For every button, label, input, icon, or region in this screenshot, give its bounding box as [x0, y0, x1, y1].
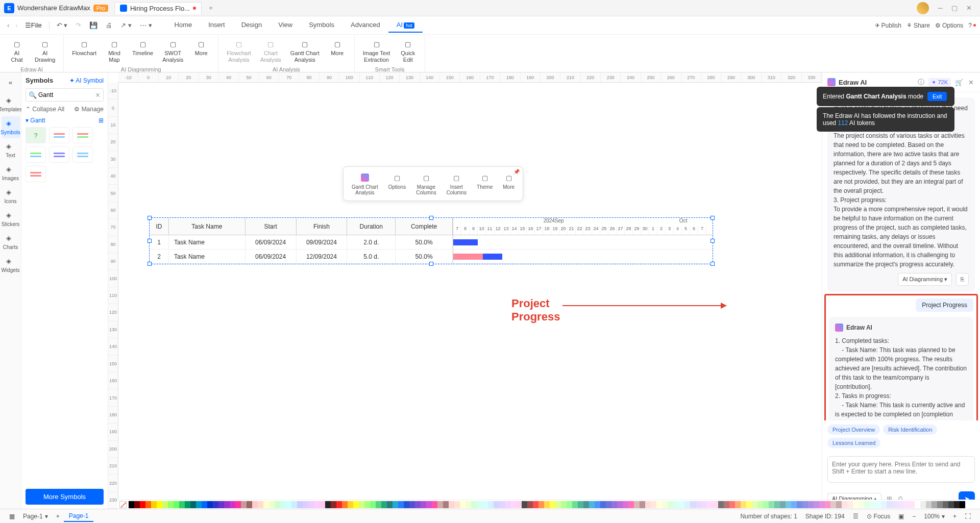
file-menu[interactable]: ☰ File	[21, 19, 46, 31]
color-swatch[interactable]	[864, 501, 870, 508]
color-swatch[interactable]	[353, 501, 359, 508]
layers-icon[interactable]: ☰	[849, 513, 863, 520]
color-swatch[interactable]	[207, 501, 213, 508]
color-swatch[interactable]	[550, 501, 555, 508]
color-swatch[interactable]	[538, 501, 544, 508]
manage-button[interactable]: ⚙ Manage	[74, 106, 104, 113]
color-swatch[interactable]	[960, 501, 965, 508]
gantt-shape[interactable]: IDTask NameStartFinishDurationComplete 1…	[149, 217, 713, 264]
color-swatch[interactable]	[280, 501, 286, 508]
document-tab[interactable]: Hiring Process Flo...	[114, 2, 202, 14]
color-swatch[interactable]	[763, 501, 769, 508]
color-swatch[interactable]	[465, 501, 471, 508]
color-swatch[interactable]	[769, 501, 774, 508]
color-swatch[interactable]	[443, 501, 449, 508]
color-swatch[interactable]	[903, 501, 909, 508]
symbol-item[interactable]	[49, 146, 69, 163]
color-swatch[interactable]	[432, 501, 437, 508]
color-swatch[interactable]	[129, 501, 134, 508]
ai-query-input[interactable]	[827, 456, 975, 483]
color-swatch[interactable]	[398, 501, 404, 508]
zoom-out-button[interactable]: −	[908, 513, 920, 520]
ribbon-timeline[interactable]: ▢Timeline	[128, 37, 157, 59]
new-tab-button[interactable]: +	[206, 3, 216, 13]
collapse-all-button[interactable]: ⌃ Collapse All	[26, 106, 64, 113]
color-swatch[interactable]	[415, 501, 421, 508]
no-color-swatch[interactable]	[119, 501, 127, 508]
color-swatch[interactable]	[623, 501, 628, 508]
symbol-item[interactable]	[72, 127, 93, 143]
color-swatch[interactable]	[258, 501, 263, 508]
color-swatch[interactable]	[814, 501, 819, 508]
color-swatch[interactable]	[611, 501, 617, 508]
color-swatch[interactable]	[370, 501, 376, 508]
color-swatch[interactable]	[409, 501, 415, 508]
menu-tab-insert[interactable]: Insert	[200, 18, 233, 33]
color-swatch[interactable]	[830, 501, 836, 508]
focus-button[interactable]: ⊙ Focus	[863, 513, 895, 520]
color-swatch[interactable]	[477, 501, 482, 508]
ribbon-image-text-extraction[interactable]: ▢Image TextExtraction	[359, 37, 395, 65]
color-swatch[interactable]	[892, 501, 898, 508]
color-swatch[interactable]	[684, 501, 690, 508]
user-avatar[interactable]	[917, 2, 929, 14]
color-swatch[interactable]	[679, 501, 684, 508]
float-insert-columns[interactable]: ▢InsertColumns	[442, 170, 472, 197]
rail-charts[interactable]: ◈Charts	[2, 231, 20, 253]
save-button[interactable]: 💾	[85, 19, 102, 31]
ribbon-swot-analysis[interactable]: ▢SWOTAnalysis	[158, 37, 187, 65]
symbol-item[interactable]	[26, 146, 46, 163]
gantt-row[interactable]: 1Task Name06/09/202409/09/20242.0 d.50.0…	[150, 235, 453, 250]
rail-templates[interactable]: ◈Templates	[2, 93, 20, 115]
color-swatch[interactable]	[662, 501, 668, 508]
color-swatch[interactable]	[673, 501, 679, 508]
ribbon-mind-map[interactable]: ▢MindMap	[102, 37, 127, 65]
color-swatch[interactable]	[847, 501, 853, 508]
menu-tab-symbols[interactable]: Symbols	[301, 18, 342, 33]
menu-tab-ai[interactable]: AIhot	[388, 18, 423, 33]
color-swatch[interactable]	[527, 501, 533, 508]
ribbon-more[interactable]: ▢More	[325, 37, 350, 59]
rail-stickers[interactable]: ◈Stickers	[2, 208, 20, 230]
color-swatch[interactable]	[948, 501, 954, 508]
ribbon-more[interactable]: ▢More	[188, 37, 214, 59]
color-swatch[interactable]	[505, 501, 510, 508]
color-swatch[interactable]	[162, 501, 168, 508]
color-swatch[interactable]	[567, 501, 572, 508]
ribbon-gantt-chart-analysis[interactable]: ▢Gantt ChartAnalysis	[286, 37, 324, 65]
color-swatch[interactable]	[510, 501, 516, 508]
color-swatch[interactable]	[746, 501, 752, 508]
color-swatch[interactable]	[134, 501, 140, 508]
color-swatch[interactable]	[898, 501, 903, 508]
color-swatch[interactable]	[241, 501, 247, 508]
page-tab[interactable]: Page-1	[64, 511, 94, 522]
zoom-level[interactable]: 100% ▾	[920, 513, 949, 520]
color-swatch[interactable]	[252, 501, 258, 508]
color-swatch[interactable]	[606, 501, 611, 508]
color-swatch[interactable]	[157, 501, 162, 508]
close-panel-button[interactable]: ✕	[967, 78, 975, 87]
color-swatch[interactable]	[320, 501, 325, 508]
color-swatch[interactable]	[297, 501, 303, 508]
color-swatch[interactable]	[920, 501, 926, 508]
color-swatch[interactable]	[842, 501, 847, 508]
color-swatch[interactable]	[870, 501, 875, 508]
color-swatch[interactable]	[825, 501, 830, 508]
color-swatch[interactable]	[275, 501, 280, 508]
color-swatch[interactable]	[247, 501, 252, 508]
color-swatch[interactable]	[701, 501, 707, 508]
color-swatch[interactable]	[145, 501, 151, 508]
color-swatch[interactable]	[881, 501, 887, 508]
export-button[interactable]: ↗ ▾	[116, 19, 136, 31]
symbol-category[interactable]: ▾ Gantt ⊞	[26, 117, 104, 124]
color-swatch[interactable]	[578, 501, 583, 508]
color-swatch[interactable]	[741, 501, 746, 508]
color-swatch[interactable]	[359, 501, 364, 508]
float-options[interactable]: ▢Options	[383, 170, 411, 197]
color-swatch[interactable]	[802, 501, 808, 508]
color-swatch[interactable]	[875, 501, 881, 508]
color-swatch[interactable]	[336, 501, 342, 508]
ribbon-chart-analysis[interactable]: ▢ChartAnalysis	[256, 37, 285, 65]
pages-icon[interactable]: ▦	[5, 513, 19, 520]
info-icon[interactable]: ⓘ	[917, 77, 925, 88]
